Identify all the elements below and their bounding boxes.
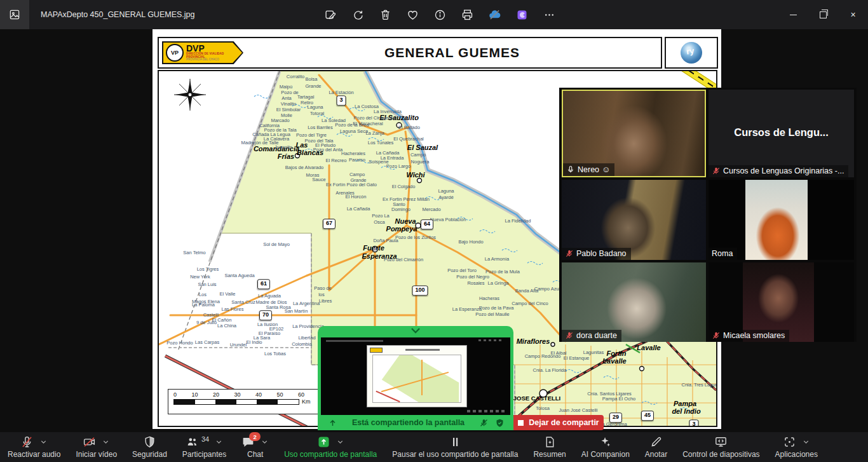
map-label: Pampa — [674, 400, 696, 407]
participant-name-chip: dora duarte — [562, 330, 621, 342]
map-label: Paso de — [314, 285, 332, 291]
map-label: Cnia. La Florida — [533, 367, 567, 373]
map-label: Las Carpas — [195, 339, 219, 345]
map-label: New York — [190, 274, 210, 280]
map-title: GENERAL GUEMES — [243, 45, 661, 60]
participant-tile-nereo[interactable]: Nereo ☺ — [562, 90, 706, 177]
chevron-up-icon[interactable] — [261, 437, 269, 449]
mic-muted-icon — [712, 166, 721, 175]
scale-bar-strip — [173, 399, 299, 405]
photos-app-icon[interactable] — [0, 0, 29, 29]
participant-tile-dora[interactable]: dora duarte — [562, 262, 706, 342]
participant-name-chip: Pablo Badano — [562, 248, 631, 260]
participant-name: Micaela smolares — [723, 331, 785, 340]
favorite-button[interactable] — [405, 7, 420, 22]
shield-check-icon[interactable] — [495, 418, 505, 428]
rotate-button[interactable] — [350, 7, 365, 22]
map-label: Madrejón de Talle — [241, 140, 278, 146]
toolbar-item-summary[interactable]: Resumen — [526, 432, 573, 462]
route-shield: 3 — [336, 95, 346, 105]
restore-icon — [820, 11, 827, 18]
map-label: La Gringa — [488, 280, 509, 286]
mini-dvp-badge — [370, 348, 383, 353]
share-arrow-icon — [328, 418, 337, 428]
participant-count: 34 — [201, 435, 209, 443]
participant-name-chip: Roma — [709, 248, 737, 260]
toolbar-item-annotate[interactable]: Anotar — [637, 432, 675, 462]
chevron-up-icon[interactable] — [802, 437, 810, 449]
mic-off-icon — [20, 435, 34, 451]
minimize-button[interactable] — [778, 0, 808, 29]
delete-button[interactable] — [377, 7, 393, 22]
info-button[interactable] — [432, 7, 447, 22]
more-button[interactable] — [541, 7, 557, 22]
chat-icon: 2 — [241, 435, 255, 451]
toolbar-label: Uso compartido de pantalla — [284, 450, 377, 459]
scale-ticks: 0102030405060 — [173, 391, 321, 398]
scale-tick: 0 — [173, 391, 177, 398]
toolbar-label: Chat — [247, 450, 263, 459]
sharing-status-bar: Está compartiendo la pantalla — [318, 415, 513, 430]
map-label: La Argentina — [293, 301, 320, 306]
mic-muted-icon[interactable] — [479, 418, 489, 428]
map-label: JOSE CASTELLI — [513, 395, 560, 402]
toolbar-label: Reactivar audio — [8, 450, 60, 459]
map-label: La Aguada — [258, 293, 281, 299]
map-label: Ex Fortín Pozo del Gato — [326, 182, 377, 187]
participant-tile-roma[interactable]: Roma — [709, 180, 854, 260]
toolbar-item-mic-off[interactable]: Reactivar audio — [0, 432, 68, 462]
toolbar-item-people[interactable]: 34Participantes — [175, 432, 234, 462]
mini-footer-icons — [467, 410, 505, 412]
map-label: Pozo del Tigre — [296, 132, 327, 138]
chevron-up-icon[interactable] — [336, 437, 344, 449]
toolbar-item-share[interactable]: Uso compartido de pantalla — [276, 432, 384, 462]
map-label: Pozo del Cincuenta — [353, 115, 395, 121]
participant-name: dora duarte — [576, 331, 617, 340]
toolbar-label: AI Companion — [581, 450, 630, 459]
chevron-up-icon[interactable] — [215, 437, 223, 449]
route-shield: 64 — [421, 219, 433, 229]
clipchamp-button[interactable] — [514, 7, 529, 22]
toolbar-item-shield[interactable]: Seguridad — [125, 432, 175, 462]
map-label: Campo — [349, 172, 365, 177]
toolbar-item-slides[interactable]: Control de diapositivas — [675, 432, 767, 462]
stop-share-button[interactable]: Dejar de compartir — [513, 415, 604, 430]
share-preview-window[interactable] — [318, 326, 513, 415]
edit-image-button[interactable] — [323, 7, 338, 22]
map-label: Mercado — [422, 207, 440, 212]
map-label: Fuerte — [363, 244, 384, 252]
shield-icon — [143, 435, 156, 451]
chat-badge: 2 — [249, 432, 261, 441]
map-label: El Ballado — [398, 125, 420, 130]
map-label: del Indio — [672, 407, 700, 415]
globe-logo — [681, 42, 702, 64]
map-label: La Paloma — [192, 302, 215, 308]
toolbar-label: Aplicaciones — [775, 450, 818, 459]
toolbar-item-pause[interactable]: Pausar el uso compartido de pantalla — [384, 432, 526, 462]
chevron-up-icon[interactable] — [102, 437, 110, 449]
collapse-chevron-icon[interactable] — [410, 327, 421, 336]
toolbar-item-apps[interactable]: Aplicaciones — [768, 432, 825, 462]
chevron-up-icon[interactable] — [39, 437, 48, 449]
close-button[interactable]: × — [838, 0, 868, 29]
map-label: El Cañón — [212, 317, 232, 323]
map-label: La Estación — [329, 90, 353, 95]
restore-button[interactable] — [808, 0, 838, 29]
summary-icon — [543, 435, 557, 451]
toolbar-item-ai[interactable]: AI Companion — [574, 432, 637, 462]
map-label: Pozo del Negro — [456, 274, 489, 280]
map-label: Juan José Castelli — [559, 407, 598, 413]
map-label: Lavalle — [602, 357, 626, 365]
cloud-sync-off-button[interactable] — [487, 7, 502, 22]
print-button[interactable] — [459, 7, 475, 22]
map-label: Laguna Seca — [340, 128, 368, 134]
participant-tile-cursos[interactable]: Cursos de Lengu... Cursos de Lenguas Ori… — [709, 90, 854, 177]
participant-tile-pablo[interactable]: Pablo Badano — [562, 180, 706, 260]
participant-tile-micaela[interactable]: Micaela smolares — [709, 262, 854, 342]
map-label: Pampa El Ocho — [602, 396, 636, 402]
route-shield: 67 — [323, 219, 336, 229]
toolbar-item-cam-off[interactable]: Iniciar vídeo — [68, 432, 125, 462]
map-label: La Armonía — [485, 256, 509, 262]
toolbar-item-chat[interactable]: 2Chat — [234, 432, 276, 462]
participant-name-chip: Cursos de Lenguas Originarias -... — [709, 165, 848, 177]
